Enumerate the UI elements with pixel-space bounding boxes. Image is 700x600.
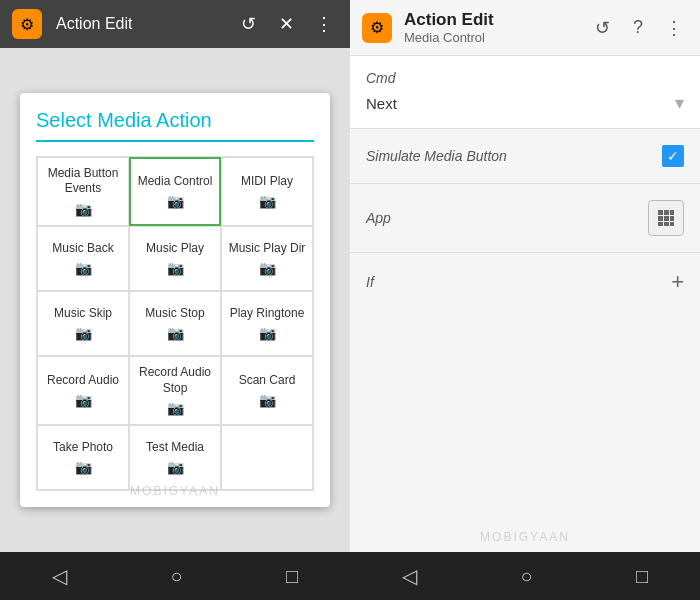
cmd-value-row[interactable]: Next ▾ — [366, 92, 684, 114]
app-icon-right: ⚙ — [362, 13, 392, 43]
watermark-left: MOBIGYAAN — [130, 484, 220, 498]
camera-icon: 📷 — [259, 260, 276, 276]
right-content: Cmd Next ▾ Simulate Media Button ✓ App — [350, 56, 700, 311]
grid-item-test-media[interactable]: Test Media 📷 — [129, 425, 221, 490]
grid-item-media-control[interactable]: Media Control 📷 — [129, 157, 221, 226]
recent-button-right[interactable]: □ — [636, 565, 648, 588]
svg-rect-3 — [658, 216, 663, 221]
grid-item-label: Test Media — [146, 440, 204, 456]
more-button-right[interactable]: ⋮ — [660, 14, 688, 42]
camera-icon: 📷 — [75, 459, 92, 475]
right-toolbar-subtitle: Media Control — [404, 30, 580, 45]
left-toolbar-title: Action Edit — [56, 15, 224, 33]
media-action-grid: Media Button Events 📷 Media Control 📷 MI… — [36, 156, 314, 491]
grid-item-label: Music Back — [52, 241, 113, 257]
grid-item-label: Music Skip — [54, 306, 112, 322]
right-spacer — [350, 311, 700, 522]
right-toolbar-title: Action Edit — [404, 10, 580, 30]
svg-rect-0 — [658, 210, 663, 215]
if-field-row: If + — [350, 253, 700, 311]
back-button-right[interactable]: ◁ — [402, 564, 417, 588]
grid-item-label: Record Audio Stop — [134, 365, 216, 396]
right-toolbar-text: Action Edit Media Control — [404, 10, 580, 45]
grid-item-music-back[interactable]: Music Back 📷 — [37, 226, 129, 291]
refresh-button-left[interactable]: ↺ — [234, 10, 262, 38]
app-grid-button[interactable] — [648, 200, 684, 236]
grid-item-scan-card[interactable]: Scan Card 📷 — [221, 356, 313, 425]
select-media-modal: Select Media Action Media Button Events … — [20, 93, 330, 507]
refresh-button-right[interactable]: ↺ — [588, 14, 616, 42]
home-button-left[interactable]: ○ — [170, 565, 182, 588]
dropdown-arrow-icon: ▾ — [675, 92, 684, 114]
grid-item-label: Scan Card — [239, 373, 296, 389]
svg-rect-2 — [670, 210, 674, 215]
app-label: App — [366, 210, 391, 226]
svg-rect-1 — [664, 210, 669, 215]
camera-icon: 📷 — [75, 392, 92, 408]
grid-item-label: Take Photo — [53, 440, 113, 456]
svg-rect-7 — [664, 222, 669, 226]
recent-button-left[interactable]: □ — [286, 565, 298, 588]
grid-item-record-audio-stop[interactable]: Record Audio Stop 📷 — [129, 356, 221, 425]
camera-icon: 📷 — [259, 325, 276, 341]
right-panel: ⚙ Action Edit Media Control ↺ ? ⋮ Cmd Ne… — [350, 0, 700, 600]
simulate-media-row: Simulate Media Button ✓ — [350, 129, 700, 184]
camera-icon: 📷 — [167, 459, 184, 475]
camera-icon: 📷 — [259, 392, 276, 408]
grid-item-take-photo[interactable]: Take Photo 📷 — [37, 425, 129, 490]
simulate-checkbox[interactable]: ✓ — [662, 145, 684, 167]
grid-item-music-skip[interactable]: Music Skip 📷 — [37, 291, 129, 356]
left-panel: ⚙ Action Edit ↺ ✕ ⋮ Select Media Action … — [0, 0, 350, 600]
grid-item-music-play[interactable]: Music Play 📷 — [129, 226, 221, 291]
more-button-left[interactable]: ⋮ — [310, 10, 338, 38]
svg-rect-5 — [670, 216, 674, 221]
nav-bar-right: ◁ ○ □ — [350, 552, 700, 600]
camera-icon: 📷 — [75, 260, 92, 276]
grid-item-label: MIDI Play — [241, 174, 293, 190]
camera-icon: 📷 — [167, 193, 184, 209]
simulate-label: Simulate Media Button — [366, 148, 507, 164]
left-content: Select Media Action Media Button Events … — [0, 48, 350, 552]
if-label: If — [366, 274, 374, 290]
modal-title: Select Media Action — [36, 109, 314, 142]
grid-item-label: Music Play — [146, 241, 204, 257]
app-field-row: App — [350, 184, 700, 253]
grid-item-music-stop[interactable]: Music Stop 📷 — [129, 291, 221, 356]
close-button-left[interactable]: ✕ — [272, 10, 300, 38]
svg-rect-6 — [658, 222, 663, 226]
grid-item-record-audio[interactable]: Record Audio 📷 — [37, 356, 129, 425]
grid-item-label: Record Audio — [47, 373, 119, 389]
grid-item-media-button-events[interactable]: Media Button Events 📷 — [37, 157, 129, 226]
svg-rect-8 — [670, 222, 674, 226]
camera-icon: 📷 — [167, 325, 184, 341]
cmd-value: Next — [366, 95, 397, 112]
grid-item-label: Media Control — [138, 174, 213, 190]
grid-item-label: Music Play Dir — [229, 241, 306, 257]
camera-icon: 📷 — [167, 400, 184, 416]
watermark-right: MOBIGYAAN — [350, 522, 700, 552]
camera-icon: 📷 — [75, 325, 92, 341]
grid-item-label: Music Stop — [145, 306, 204, 322]
grid-icon — [657, 209, 675, 227]
add-if-button[interactable]: + — [671, 269, 684, 295]
grid-item-play-ringtone[interactable]: Play Ringtone 📷 — [221, 291, 313, 356]
grid-item-music-play-dir[interactable]: Music Play Dir 📷 — [221, 226, 313, 291]
left-toolbar: ⚙ Action Edit ↺ ✕ ⋮ — [0, 0, 350, 48]
right-toolbar: ⚙ Action Edit Media Control ↺ ? ⋮ — [350, 0, 700, 56]
camera-icon: 📷 — [167, 260, 184, 276]
help-button-right[interactable]: ? — [624, 14, 652, 42]
nav-bar-left: ◁ ○ □ — [0, 552, 350, 600]
grid-item-empty — [221, 425, 313, 490]
cmd-label: Cmd — [366, 70, 684, 86]
back-button-left[interactable]: ◁ — [52, 564, 67, 588]
app-icon-left: ⚙ — [12, 9, 42, 39]
grid-item-midi-play[interactable]: MIDI Play 📷 — [221, 157, 313, 226]
cmd-field-row: Cmd Next ▾ — [350, 56, 700, 129]
grid-item-label: Play Ringtone — [230, 306, 305, 322]
camera-icon: 📷 — [259, 193, 276, 209]
svg-rect-4 — [664, 216, 669, 221]
home-button-right[interactable]: ○ — [520, 565, 532, 588]
camera-icon: 📷 — [75, 201, 92, 217]
grid-item-label: Media Button Events — [42, 166, 124, 197]
